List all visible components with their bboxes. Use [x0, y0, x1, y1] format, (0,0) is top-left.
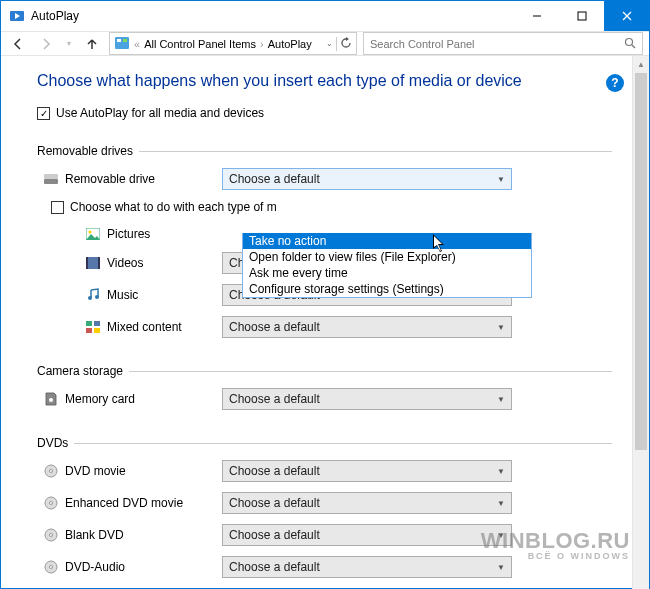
svg-rect-7	[117, 39, 121, 42]
video-icon	[85, 255, 101, 271]
svg-rect-16	[86, 257, 88, 269]
chevron-down-icon: ▼	[497, 323, 505, 332]
svg-rect-12	[44, 174, 58, 179]
content: ? Choose what happens when you insert ea…	[1, 56, 649, 589]
dropdown-item[interactable]: Open folder to view files (File Explorer…	[243, 249, 531, 265]
disc-icon	[43, 559, 59, 575]
disc-icon	[43, 495, 59, 511]
chevron-down-icon: ▼	[497, 175, 505, 184]
svg-point-19	[95, 295, 99, 299]
chevron-right-icon: ›	[260, 38, 264, 50]
dropdown-removable-drive: Take no action Open folder to view files…	[242, 233, 532, 298]
help-icon[interactable]: ?	[606, 74, 624, 92]
svg-rect-23	[94, 328, 100, 333]
scroll-track[interactable]	[633, 73, 649, 589]
combo-dvd-audio[interactable]: Choose a default▼	[222, 556, 512, 578]
svg-point-26	[50, 470, 53, 473]
svg-point-9	[626, 38, 633, 45]
combo-dvd-movie[interactable]: Choose a default▼	[222, 460, 512, 482]
svg-point-24	[49, 398, 53, 402]
dropdown-item[interactable]: Take no action	[243, 233, 531, 249]
svg-point-32	[50, 566, 53, 569]
combo-memory-card[interactable]: Choose a default▼	[222, 388, 512, 410]
up-button[interactable]	[81, 33, 103, 55]
section-legend: Camera storage	[37, 364, 129, 378]
search-placeholder: Search Control Panel	[370, 38, 475, 50]
forward-button[interactable]	[35, 33, 57, 55]
titlebar: AutoPlay	[1, 1, 649, 31]
mixed-content-icon	[85, 319, 101, 335]
dropdown-item[interactable]: Ask me every time	[243, 265, 531, 281]
svg-point-14	[89, 231, 92, 234]
combo-enhanced-dvd-movie[interactable]: Choose a default▼	[222, 492, 512, 514]
breadcrumb-prefix: «	[134, 38, 140, 50]
device-memory-card: Memory card	[37, 391, 222, 407]
minimize-button[interactable]	[514, 1, 559, 31]
svg-rect-20	[86, 321, 92, 326]
navbar: ▼ « All Control Panel Items › AutoPlay ⌄…	[1, 31, 649, 56]
device-pictures: Pictures	[37, 226, 222, 242]
dropdown-item[interactable]: Configure storage settings (Settings)	[243, 281, 531, 297]
vertical-scrollbar[interactable]: ▲ ▼	[632, 56, 649, 589]
recent-dropdown-button[interactable]: ▼	[63, 33, 75, 55]
use-autoplay-label: Use AutoPlay for all media and devices	[56, 106, 264, 120]
media-type-checkbox-row[interactable]: Choose what to do with each type of m	[51, 200, 612, 214]
pictures-icon	[85, 226, 101, 242]
address-dropdown-icon[interactable]: ⌄	[326, 39, 333, 48]
device-music: Music	[37, 287, 222, 303]
scroll-up-button[interactable]: ▲	[633, 56, 649, 73]
refresh-icon[interactable]	[340, 37, 352, 51]
back-button[interactable]	[7, 33, 29, 55]
use-autoplay-checkbox-row[interactable]: ✓ Use AutoPlay for all media and devices	[37, 106, 612, 120]
svg-rect-21	[94, 321, 100, 326]
checkbox-icon[interactable]	[51, 201, 64, 214]
window: AutoPlay ▼ « All Control Panel Items › A…	[0, 0, 650, 589]
svg-point-18	[88, 296, 92, 300]
svg-rect-11	[44, 179, 58, 184]
autoplay-icon	[9, 8, 25, 24]
combo-mixed-content[interactable]: Choose a default▼	[222, 316, 512, 338]
control-panel-icon	[114, 35, 130, 53]
combo-removable-drive[interactable]: Choose a default ▼	[222, 168, 512, 190]
media-type-check-label: Choose what to do with each type of m	[70, 200, 277, 214]
svg-rect-22	[86, 328, 92, 333]
page-heading: Choose what happens when you insert each…	[37, 72, 612, 90]
svg-rect-15	[86, 257, 100, 269]
search-icon	[624, 37, 636, 51]
chevron-down-icon: ▼	[497, 499, 505, 508]
scroll-area: ? Choose what happens when you insert ea…	[1, 56, 632, 589]
chevron-down-icon: ▼	[497, 563, 505, 572]
disc-icon	[43, 463, 59, 479]
close-button[interactable]	[604, 1, 649, 31]
search-input[interactable]: Search Control Panel	[363, 32, 643, 55]
svg-rect-17	[98, 257, 100, 269]
scroll-thumb[interactable]	[635, 73, 647, 450]
device-removable-drive: Removable drive	[37, 171, 222, 187]
maximize-button[interactable]	[559, 1, 604, 31]
section-dvds: DVDs DVD movie Choose a default▼ Enhance…	[37, 436, 612, 588]
combo-blank-dvd[interactable]: Choose a default▼	[222, 524, 512, 546]
music-icon	[85, 287, 101, 303]
section-legend: Removable drives	[37, 144, 139, 158]
window-title: AutoPlay	[31, 9, 514, 23]
breadcrumb-item[interactable]: AutoPlay	[268, 38, 312, 50]
device-enhanced-dvd-movie: Enhanced DVD movie	[37, 495, 222, 511]
checkbox-icon[interactable]: ✓	[37, 107, 50, 120]
device-mixed-content: Mixed content	[37, 319, 222, 335]
drive-icon	[43, 171, 59, 187]
breadcrumb-item[interactable]: All Control Panel Items	[144, 38, 256, 50]
svg-rect-3	[578, 12, 586, 20]
section-camera-storage: Camera storage Memory card Choose a defa…	[37, 364, 612, 420]
device-dvd-movie: DVD movie	[37, 463, 222, 479]
device-dvd-audio: DVD-Audio	[37, 559, 222, 575]
chevron-down-icon: ▼	[497, 467, 505, 476]
svg-rect-8	[123, 39, 127, 42]
section-legend: DVDs	[37, 436, 74, 450]
address-bar[interactable]: « All Control Panel Items › AutoPlay ⌄	[109, 32, 357, 55]
svg-point-30	[50, 534, 53, 537]
device-videos: Videos	[37, 255, 222, 271]
chevron-down-icon: ▼	[497, 531, 505, 540]
svg-line-10	[632, 45, 635, 48]
svg-point-28	[50, 502, 53, 505]
svg-rect-6	[115, 37, 129, 49]
